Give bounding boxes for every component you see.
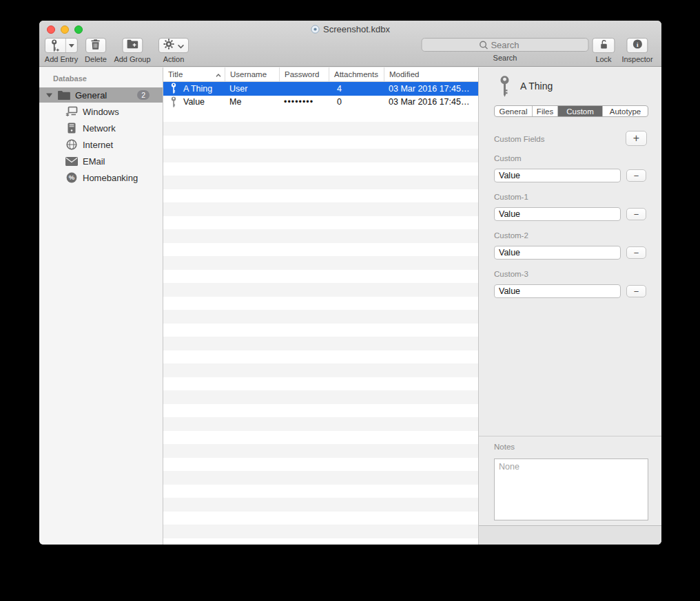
table-body: A Thing User 4 03 Mar 2016 17:45… Value … bbox=[163, 82, 478, 545]
key-icon bbox=[170, 83, 177, 94]
lock-label: Lock bbox=[595, 55, 611, 63]
svg-text:%: % bbox=[69, 173, 75, 181]
sidebar-item-homebanking[interactable]: % Homebanking bbox=[65, 169, 138, 186]
custom-fields-heading: Custom Fields bbox=[494, 135, 545, 143]
sidebar-item-label: Network bbox=[83, 123, 116, 134]
open-padlock-icon bbox=[599, 39, 608, 53]
sort-ascending-icon bbox=[216, 70, 221, 78]
sidebar-group-general[interactable]: General 2 bbox=[39, 87, 163, 103]
disclosure-triangle-icon[interactable] bbox=[46, 93, 52, 98]
tab-general[interactable]: General bbox=[495, 106, 533, 116]
inspector-panel: A Thing General Files Custom Autotype Cu… bbox=[479, 67, 661, 545]
add-group-label: Add Group bbox=[114, 55, 150, 63]
folder-plus-icon bbox=[126, 39, 138, 52]
window-title: Screenshot.kdbx bbox=[323, 24, 390, 34]
toolbar-item-search: Search bbox=[422, 38, 589, 62]
custom-field-label: Custom-2 bbox=[494, 231, 528, 240]
notes-divider bbox=[479, 436, 661, 436]
inspector-button[interactable]: i bbox=[627, 38, 648, 53]
toolbar-item-add-group: Add Group bbox=[114, 38, 150, 63]
trash-icon bbox=[90, 39, 101, 53]
sidebar-section-header: Database bbox=[53, 74, 87, 83]
globe-icon bbox=[65, 139, 78, 150]
cell-attachments: 0 bbox=[329, 97, 384, 107]
sidebar-item-internet[interactable]: Internet bbox=[65, 136, 113, 153]
tab-autotype[interactable]: Autotype bbox=[603, 106, 648, 116]
sidebar-group-label: General bbox=[75, 90, 107, 101]
chevron-down-icon bbox=[178, 39, 184, 52]
toolbar-item-action: Action bbox=[158, 38, 189, 63]
remove-custom-field-button[interactable]: − bbox=[626, 208, 646, 220]
lock-button[interactable] bbox=[593, 38, 615, 53]
column-header-password[interactable]: Password bbox=[280, 67, 329, 81]
delete-label: Delete bbox=[85, 55, 107, 63]
sidebar-item-network[interactable]: Network bbox=[65, 120, 116, 136]
toolbar-item-add-entry: Add Entry bbox=[45, 38, 78, 63]
tab-custom[interactable]: Custom bbox=[558, 106, 603, 116]
custom-field-input[interactable] bbox=[494, 284, 621, 298]
sidebar-item-windows[interactable]: Windows bbox=[65, 103, 119, 120]
folder-icon bbox=[57, 90, 70, 101]
add-entry-button[interactable] bbox=[45, 38, 78, 53]
action-button[interactable] bbox=[158, 38, 189, 53]
table-row[interactable]: Value Me •••••••• 0 03 Mar 2016 17:45… bbox=[163, 96, 478, 109]
add-entry-label: Add Entry bbox=[45, 55, 78, 63]
cell-modified: 03 Mar 2016 17:45… bbox=[384, 84, 478, 94]
inspector-tabs: General Files Custom Autotype bbox=[494, 105, 648, 117]
entry-count-badge: 2 bbox=[137, 90, 150, 100]
sidebar: Database General 2 Windows bbox=[39, 67, 163, 545]
custom-field-input[interactable] bbox=[494, 246, 621, 260]
key-plus-icon[interactable] bbox=[45, 39, 65, 52]
inspector-footer-bar bbox=[479, 525, 661, 545]
sidebar-item-label: Windows bbox=[83, 107, 119, 117]
column-header-username[interactable]: Username bbox=[225, 67, 280, 81]
search-input[interactable] bbox=[422, 39, 588, 52]
toolbar-item-delete: Delete bbox=[85, 38, 107, 63]
svg-text:i: i bbox=[637, 41, 639, 48]
add-entry-dropdown-arrow-icon[interactable] bbox=[65, 39, 77, 52]
custom-field-label: Custom-1 bbox=[494, 193, 528, 201]
remove-custom-field-button[interactable]: − bbox=[626, 169, 646, 182]
windows-icon bbox=[65, 106, 78, 117]
notes-heading: Notes bbox=[494, 443, 515, 451]
custom-field-input[interactable] bbox=[494, 207, 621, 221]
percent-circle-icon: % bbox=[65, 172, 78, 183]
server-icon bbox=[65, 123, 78, 134]
custom-field-label: Custom bbox=[494, 154, 522, 162]
add-custom-field-button[interactable]: + bbox=[626, 131, 647, 146]
column-header-modified[interactable]: Modified bbox=[384, 67, 478, 81]
cell-title: A Thing bbox=[183, 84, 212, 94]
table-row-selected[interactable]: A Thing User 4 03 Mar 2016 17:45… bbox=[163, 82, 478, 96]
cell-username: Me bbox=[225, 97, 280, 107]
search-field[interactable] bbox=[422, 38, 589, 52]
delete-button[interactable] bbox=[85, 38, 106, 53]
cell-modified: 03 Mar 2016 17:45… bbox=[384, 97, 478, 107]
titlebar-toolbar: Screenshot.kdbx Add Entry Delete bbox=[39, 21, 661, 67]
column-header-attachments[interactable]: Attachments bbox=[329, 67, 384, 81]
remove-custom-field-button[interactable]: − bbox=[626, 285, 646, 297]
search-icon bbox=[479, 41, 488, 50]
window-title-row: Screenshot.kdbx bbox=[39, 24, 661, 36]
app-window: Screenshot.kdbx Add Entry Delete bbox=[39, 21, 661, 545]
inspector-label: Inspector bbox=[621, 55, 652, 63]
custom-field-input[interactable] bbox=[494, 169, 621, 182]
inspector-entry-title: A Thing bbox=[520, 81, 553, 92]
sidebar-item-email[interactable]: EMail bbox=[65, 153, 105, 169]
column-header-title[interactable]: Title bbox=[163, 67, 225, 81]
remove-custom-field-button[interactable]: − bbox=[626, 246, 646, 259]
entry-key-icon bbox=[498, 74, 511, 101]
cell-username: User bbox=[225, 84, 280, 94]
envelope-icon bbox=[65, 157, 78, 166]
cell-attachments: 4 bbox=[329, 84, 384, 94]
sidebar-item-label: Internet bbox=[83, 140, 113, 150]
add-group-button[interactable] bbox=[122, 38, 143, 53]
entry-table: Title Username Password Attachments Modi… bbox=[163, 67, 479, 545]
key-icon bbox=[170, 96, 177, 108]
sidebar-item-label: Homebanking bbox=[83, 173, 138, 183]
notes-textarea[interactable] bbox=[494, 458, 648, 520]
window-content: Database General 2 Windows bbox=[39, 67, 661, 545]
cell-title: Value bbox=[183, 97, 205, 107]
sidebar-item-label: EMail bbox=[83, 156, 105, 167]
tab-files[interactable]: Files bbox=[533, 106, 558, 116]
document-icon bbox=[311, 25, 320, 36]
